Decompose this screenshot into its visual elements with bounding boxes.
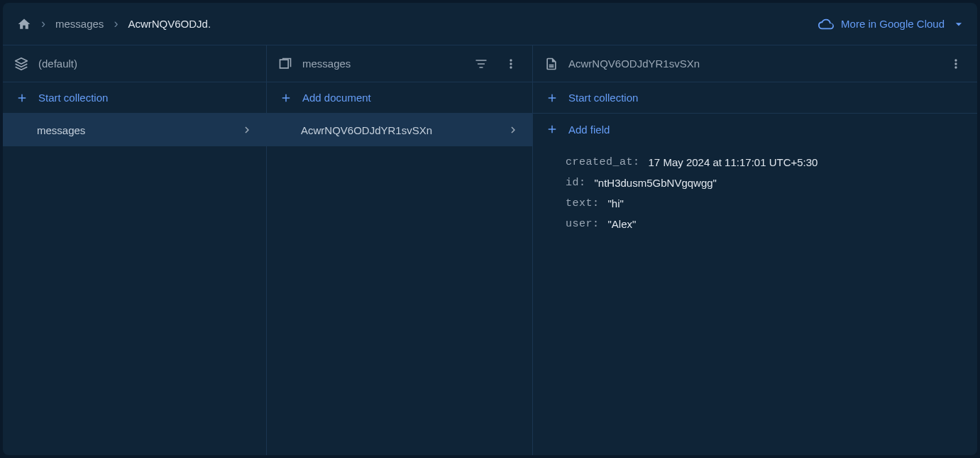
- start-collection-button[interactable]: Start collection: [3, 82, 266, 114]
- collection-header: messages: [267, 45, 532, 82]
- breadcrumb: › messages › AcwrNQV6ODJd.: [17, 16, 211, 31]
- home-icon[interactable]: [17, 17, 31, 31]
- database-name: (default): [38, 58, 255, 70]
- database-icon: [14, 57, 28, 71]
- collection-icon: [278, 57, 292, 71]
- chevron-down-icon: [952, 17, 966, 31]
- field-key: created_at:: [566, 156, 640, 168]
- chevron-right-icon: [507, 124, 519, 136]
- chevron-right-icon: ›: [114, 16, 118, 31]
- chevron-right-icon: ›: [41, 16, 45, 31]
- start-collection-label: Start collection: [568, 92, 638, 104]
- breadcrumb-item-messages[interactable]: messages: [55, 18, 104, 30]
- breadcrumb-item-current: AcwrNQV6ODJd.: [128, 18, 211, 30]
- document-header: AcwrNQV6ODJdYR1svSXn: [533, 45, 977, 82]
- add-document-button[interactable]: Add document: [267, 82, 532, 114]
- collection-name: messages: [302, 58, 461, 70]
- database-header: (default): [3, 45, 266, 82]
- document-item-label: AcwrNQV6ODJdYR1svSXn: [301, 124, 432, 136]
- chevron-right-icon: [241, 124, 253, 136]
- collection-item-messages[interactable]: messages: [3, 114, 266, 146]
- field-value: "hi": [608, 197, 624, 209]
- filter-icon[interactable]: [471, 54, 491, 74]
- start-collection-button[interactable]: Start collection: [533, 82, 977, 114]
- add-field-label: Add field: [568, 124, 610, 136]
- field-value: 17 May 2024 at 11:17:01 UTC+5:30: [649, 156, 818, 168]
- field-key: user:: [566, 218, 600, 230]
- more-in-google-cloud-link[interactable]: More in Google Cloud: [818, 16, 966, 32]
- database-column: (default) Start collection messages: [3, 45, 267, 455]
- document-item[interactable]: AcwrNQV6ODJdYR1svSXn: [267, 114, 532, 146]
- add-field-button[interactable]: Add field: [533, 114, 977, 145]
- field-value: "Alex": [608, 218, 637, 230]
- document-icon: [544, 57, 558, 71]
- document-id: AcwrNQV6ODJdYR1svSXn: [568, 58, 936, 70]
- field-key: id:: [566, 177, 586, 189]
- document-column: AcwrNQV6ODJdYR1svSXn Start collection Ad…: [533, 45, 977, 455]
- start-collection-label: Start collection: [38, 92, 108, 104]
- collection-item-label: messages: [37, 124, 85, 136]
- field-row[interactable]: id: "ntH3dusm5GbNVgqwgg": [533, 173, 977, 193]
- field-value: "ntH3dusm5GbNVgqwgg": [595, 177, 717, 189]
- cloud-icon: [818, 16, 834, 32]
- document-fields: created_at: 17 May 2024 at 11:17:01 UTC+…: [533, 145, 977, 234]
- field-row[interactable]: text: "hi": [533, 193, 977, 214]
- topbar: › messages › AcwrNQV6ODJd. More in Googl…: [3, 3, 977, 45]
- field-row[interactable]: created_at: 17 May 2024 at 11:17:01 UTC+…: [533, 152, 977, 173]
- more-vert-icon[interactable]: [501, 54, 521, 74]
- field-row[interactable]: user: "Alex": [533, 214, 977, 234]
- cloud-link-label: More in Google Cloud: [841, 18, 945, 30]
- field-key: text:: [566, 197, 600, 209]
- collection-column: messages Add document AcwrNQV6ODJdYR1svS…: [267, 45, 533, 455]
- add-document-label: Add document: [302, 92, 371, 104]
- more-vert-icon[interactable]: [946, 54, 966, 74]
